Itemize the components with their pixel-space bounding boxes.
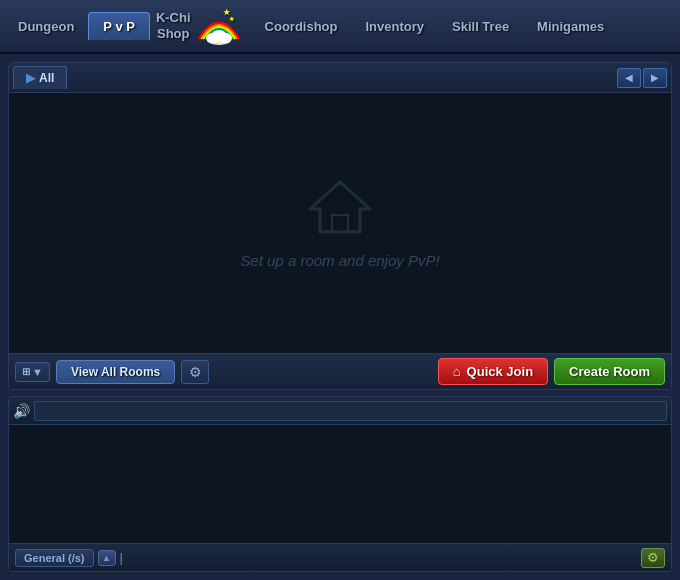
top-navigation: Dungeon P v P K-ChiShop ★ ★ xyxy=(0,0,680,54)
tab-skill-tree[interactable]: Skill Tree xyxy=(438,13,523,40)
room-next-button[interactable]: ▶ xyxy=(643,68,667,88)
chat-gear-icon: ⚙ xyxy=(647,550,659,565)
filter-icon: ⊞ xyxy=(22,366,30,377)
svg-rect-7 xyxy=(332,215,348,232)
chat-channel-button[interactable]: General (/s) xyxy=(15,549,94,567)
chat-section: 🔊 General (/s) ▲ | ⚙ xyxy=(8,396,672,572)
expand-icon: ▲ xyxy=(102,553,111,563)
room-tab-arrow: ▶ xyxy=(26,71,35,85)
chat-cursor: | xyxy=(120,550,123,565)
tab-minigames[interactable]: Minigames xyxy=(523,13,618,40)
gear-icon: ⚙ xyxy=(189,364,202,380)
filter-dropdown-arrow: ▼ xyxy=(32,366,43,378)
quick-join-icon: ⌂ xyxy=(453,364,461,379)
room-tabs-bar: ▶ All ◀ ▶ xyxy=(9,63,671,93)
empty-room-icon xyxy=(305,177,375,240)
room-content-area: Set up a room and enjoy PvP! xyxy=(9,93,671,353)
tab-kchi-label: K-ChiShop xyxy=(156,10,191,41)
chat-input-bar: 🔊 xyxy=(9,397,671,425)
tab-inventory[interactable]: Inventory xyxy=(352,13,439,40)
tab-dungeon[interactable]: Dungeon xyxy=(4,13,88,40)
quick-join-label: Quick Join xyxy=(467,364,533,379)
room-nav-arrows: ◀ ▶ xyxy=(617,68,667,88)
room-tab-all[interactable]: ▶ All xyxy=(13,66,67,89)
room-tab-label: All xyxy=(39,71,54,85)
room-prev-button[interactable]: ◀ xyxy=(617,68,641,88)
room-settings-button[interactable]: ⚙ xyxy=(181,360,209,384)
filter-button[interactable]: ⊞ ▼ xyxy=(15,362,50,382)
speaker-icon[interactable]: 🔊 xyxy=(13,403,30,419)
chat-expand-button[interactable]: ▲ xyxy=(98,550,116,566)
tab-pvp[interactable]: P v P xyxy=(88,12,150,40)
chat-footer: General (/s) ▲ | ⚙ xyxy=(9,543,671,571)
room-toolbar: ⊞ ▼ View All Rooms ⚙ ⌂ Quick Join Create… xyxy=(9,353,671,389)
tab-kchi-shop[interactable]: K-ChiShop ★ ★ xyxy=(150,1,251,51)
view-all-rooms-button[interactable]: View All Rooms xyxy=(56,360,175,384)
svg-point-3 xyxy=(211,30,227,42)
quick-join-button[interactable]: ⌂ Quick Join xyxy=(438,358,548,385)
tab-coordishop[interactable]: Coordishop xyxy=(251,13,352,40)
svg-text:★: ★ xyxy=(229,16,235,22)
rainbow-logo: ★ ★ xyxy=(193,3,245,49)
create-room-button[interactable]: Create Room xyxy=(554,358,665,385)
main-content: ▶ All ◀ ▶ Set up a room and enjoy PvP! ⊞ xyxy=(0,54,680,580)
chat-messages[interactable] xyxy=(9,425,671,543)
chat-input-field[interactable] xyxy=(34,401,667,421)
chat-settings-button[interactable]: ⚙ xyxy=(641,548,665,568)
empty-room-text: Set up a room and enjoy PvP! xyxy=(240,252,439,269)
svg-marker-6 xyxy=(310,182,370,232)
room-section: ▶ All ◀ ▶ Set up a room and enjoy PvP! ⊞ xyxy=(8,62,672,390)
